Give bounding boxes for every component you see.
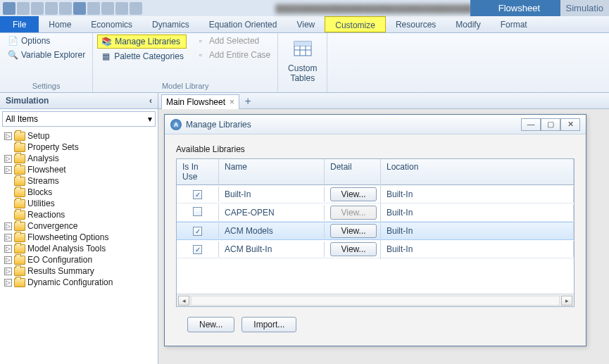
tree-item[interactable]: ▷Analysis bbox=[0, 153, 158, 164]
table-row[interactable]: CAPE-OPENView...Built-In bbox=[177, 203, 574, 222]
tab-view[interactable]: View bbox=[287, 16, 325, 32]
table-row[interactable]: ✓Built-InView...Built-In bbox=[177, 185, 574, 203]
expand-icon[interactable] bbox=[4, 211, 12, 219]
tab-economics[interactable]: Economics bbox=[81, 16, 142, 32]
expand-icon[interactable]: ▷ bbox=[4, 245, 12, 253]
dialog-titlebar[interactable]: A Manage Libraries — ▢ ✕ bbox=[165, 115, 586, 134]
maximize-button[interactable]: ▢ bbox=[541, 118, 560, 131]
cell-location: Built-In bbox=[381, 205, 574, 220]
palette-icon: ▦ bbox=[100, 51, 111, 62]
expand-icon[interactable] bbox=[4, 200, 12, 208]
tab-customize[interactable]: Customize bbox=[325, 16, 386, 32]
expand-icon[interactable]: ▷ bbox=[4, 155, 12, 163]
add-entire-case-button: ▫Add Entire Case bbox=[192, 49, 273, 61]
custom-tables-label: Custom Tables bbox=[288, 62, 317, 84]
qat-save-icon[interactable] bbox=[17, 2, 30, 15]
minimize-button[interactable]: — bbox=[521, 118, 541, 131]
variable-explorer-icon: 🔍 bbox=[7, 49, 18, 61]
folder-icon bbox=[14, 188, 25, 197]
expand-icon[interactable]: ▷ bbox=[4, 268, 12, 275]
col-detail[interactable]: Detail bbox=[325, 159, 381, 184]
tab-file[interactable]: File bbox=[0, 16, 39, 32]
checkbox[interactable]: ✓ bbox=[193, 245, 202, 254]
tab-equation-oriented[interactable]: Equation Oriented bbox=[199, 16, 287, 32]
options-button[interactable]: 📄Options bbox=[4, 34, 88, 47]
expand-icon[interactable]: ▷ bbox=[4, 234, 12, 241]
new-button[interactable]: New... bbox=[187, 317, 234, 332]
tree-item[interactable]: Streams bbox=[0, 175, 158, 187]
qat-undo-icon[interactable] bbox=[31, 2, 44, 15]
tab-modify[interactable]: Modify bbox=[446, 16, 490, 32]
variable-explorer-button[interactable]: 🔍Variable Explorer bbox=[4, 49, 88, 61]
main-area: Main Flowsheet × + A Manage Libraries — … bbox=[158, 93, 609, 364]
tree-item[interactable]: ▷EO Configuration bbox=[0, 254, 158, 265]
import-button[interactable]: Import... bbox=[241, 317, 296, 332]
ribbon-tabs: File Home Economics Dynamics Equation Or… bbox=[0, 16, 609, 33]
folder-icon bbox=[14, 143, 25, 152]
palette-categories-button[interactable]: ▦Palette Categories bbox=[97, 50, 187, 63]
new-tab-button[interactable]: + bbox=[242, 95, 253, 106]
nav-filter-value: All Items bbox=[6, 114, 38, 124]
tree-item[interactable]: ▷Convergence bbox=[0, 220, 158, 232]
scroll-right-button[interactable]: ▸ bbox=[561, 296, 572, 306]
qat-icon[interactable] bbox=[59, 2, 72, 15]
expand-icon[interactable]: ▷ bbox=[4, 279, 12, 287]
qat-play-icon[interactable] bbox=[101, 2, 114, 15]
context-tab-flowsheet[interactable]: Flowsheet bbox=[470, 0, 568, 16]
qat-step-icon[interactable] bbox=[115, 2, 128, 15]
qat-n-icon[interactable] bbox=[73, 2, 86, 15]
svg-rect-5 bbox=[294, 42, 311, 46]
scroll-left-button[interactable]: ◂ bbox=[178, 296, 189, 306]
table-row[interactable]: ✓ACM Built-InView...Built-In bbox=[177, 240, 574, 258]
qat-rewind-icon[interactable] bbox=[130, 2, 142, 15]
expand-icon[interactable]: ▷ bbox=[4, 166, 12, 174]
tree-item[interactable]: ▷Flowsheet bbox=[0, 164, 158, 175]
tree-item[interactable]: ▷Flowsheeting Options bbox=[0, 232, 158, 243]
app-icon[interactable] bbox=[3, 2, 15, 15]
manage-libraries-button[interactable]: 📚Manage Libraries bbox=[97, 34, 187, 49]
qat-redo-icon[interactable] bbox=[45, 2, 58, 15]
tree-item[interactable]: ▷Setup bbox=[0, 130, 158, 142]
custom-tables-button[interactable]: Custom Tables bbox=[288, 34, 317, 84]
nav-tree[interactable]: ▷SetupProperty Sets▷Analysis▷FlowsheetSt… bbox=[0, 129, 158, 364]
expand-icon[interactable] bbox=[4, 189, 12, 196]
context-tab-simulation[interactable]: Simulatio bbox=[560, 0, 609, 16]
tree-item[interactable]: Reactions bbox=[0, 209, 158, 220]
checkbox[interactable]: ✓ bbox=[193, 190, 202, 199]
col-location[interactable]: Location bbox=[381, 159, 574, 184]
checkbox[interactable] bbox=[193, 207, 202, 216]
variable-explorer-label: Variable Explorer bbox=[21, 50, 85, 60]
tab-main-flowsheet[interactable]: Main Flowsheet × bbox=[161, 94, 239, 109]
tab-dynamics[interactable]: Dynamics bbox=[142, 16, 199, 32]
table-row[interactable]: ✓ACM ModelsView...Built-In bbox=[177, 222, 574, 240]
nav-header: Simulation ‹ bbox=[0, 93, 158, 109]
view-button[interactable]: View... bbox=[330, 242, 377, 256]
expand-icon[interactable]: ▷ bbox=[4, 256, 12, 264]
close-icon[interactable]: × bbox=[230, 97, 234, 107]
qat-icon[interactable] bbox=[87, 2, 100, 15]
expand-icon[interactable]: ▷ bbox=[4, 222, 12, 230]
expand-icon[interactable] bbox=[4, 144, 12, 151]
view-button[interactable]: View... bbox=[330, 224, 377, 238]
tab-resources[interactable]: Resources bbox=[386, 16, 446, 32]
tree-item[interactable]: Blocks bbox=[0, 187, 158, 198]
expand-icon[interactable] bbox=[4, 177, 12, 185]
grid-scrollbar[interactable]: ◂ ▸ bbox=[177, 294, 574, 306]
tab-home[interactable]: Home bbox=[39, 16, 81, 32]
close-button[interactable]: ✕ bbox=[560, 118, 580, 131]
checkbox[interactable]: ✓ bbox=[193, 227, 202, 236]
navigation-pane: Simulation ‹ All Items ▾ ▷SetupProperty … bbox=[0, 93, 158, 364]
view-button[interactable]: View... bbox=[330, 187, 377, 201]
tree-item[interactable]: Property Sets bbox=[0, 142, 158, 153]
tree-item[interactable]: ▷Model Analysis Tools bbox=[0, 243, 158, 254]
tree-item[interactable]: ▷Dynamic Configuration bbox=[0, 277, 158, 288]
nav-filter-combo[interactable]: All Items ▾ bbox=[2, 111, 156, 127]
col-is-in-use[interactable]: Is In Use bbox=[177, 159, 219, 184]
tree-item[interactable]: Utilities bbox=[0, 198, 158, 209]
tab-format[interactable]: Format bbox=[491, 16, 537, 32]
expand-icon[interactable]: ▷ bbox=[4, 132, 12, 140]
col-name[interactable]: Name bbox=[219, 159, 325, 184]
collapse-icon[interactable]: ‹ bbox=[149, 96, 152, 106]
tree-item[interactable]: ▷Results Summary bbox=[0, 265, 158, 277]
scroll-track[interactable] bbox=[191, 296, 560, 306]
